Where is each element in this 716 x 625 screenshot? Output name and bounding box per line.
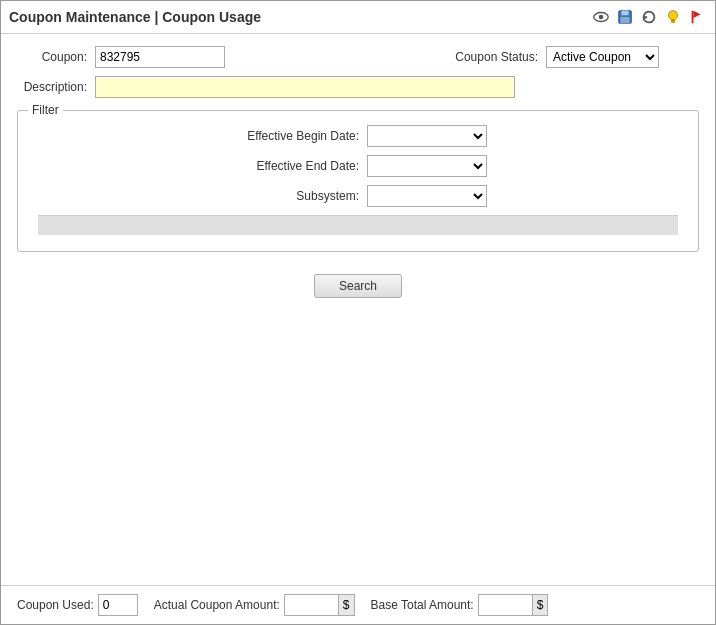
begin-date-wrapper: [367, 125, 487, 147]
search-row: Search: [17, 274, 699, 298]
base-total-currency: $: [533, 594, 549, 616]
begin-date-select[interactable]: [367, 125, 487, 147]
description-input[interactable]: [95, 76, 515, 98]
svg-marker-9: [693, 11, 700, 18]
actual-amount-input[interactable]: [284, 594, 339, 616]
title-bar: Coupon Maintenance | Coupon Usage: [1, 1, 715, 34]
base-total-input[interactable]: [478, 594, 533, 616]
filter-section: Filter Effective Begin Date: Effective E…: [17, 110, 699, 252]
description-row: Description:: [17, 76, 699, 98]
coupon-used-input[interactable]: [98, 594, 138, 616]
filter-legend: Filter: [28, 103, 63, 117]
page-title: Coupon Maintenance | Coupon Usage: [9, 9, 261, 25]
svg-point-1: [599, 15, 604, 20]
bottom-bar: Coupon Used: Actual Coupon Amount: $ Bas…: [1, 585, 715, 624]
coupon-row: Coupon: Coupon Status: Active Coupon Ina…: [17, 46, 699, 68]
actual-amount-group: Actual Coupon Amount: $: [154, 594, 355, 616]
svg-rect-7: [671, 22, 675, 23]
end-date-row: Effective End Date:: [38, 155, 678, 177]
coupon-used-label: Coupon Used:: [17, 598, 94, 612]
save-icon[interactable]: [615, 7, 635, 27]
actual-amount-currency: $: [339, 594, 355, 616]
filter-inner: Effective Begin Date: Effective End Date…: [38, 121, 678, 207]
svg-rect-3: [621, 11, 628, 16]
subsystem-wrapper: [367, 185, 487, 207]
bulb-icon[interactable]: [663, 7, 683, 27]
svg-point-5: [669, 11, 678, 20]
base-total-wrapper: $: [478, 594, 549, 616]
actual-amount-label: Actual Coupon Amount:: [154, 598, 280, 612]
content-area: Coupon: Coupon Status: Active Coupon Ina…: [1, 34, 715, 585]
main-container: Coupon Maintenance | Coupon Usage: [0, 0, 716, 625]
coupon-label: Coupon:: [17, 50, 87, 64]
end-date-label: Effective End Date:: [229, 159, 359, 173]
begin-date-label: Effective Begin Date:: [229, 129, 359, 143]
coupon-input[interactable]: [95, 46, 225, 68]
status-select[interactable]: Active Coupon Inactive Coupon: [546, 46, 659, 68]
actual-amount-wrapper: $: [284, 594, 355, 616]
svg-rect-6: [671, 20, 676, 22]
flag-icon[interactable]: [687, 7, 707, 27]
filter-footer: [38, 215, 678, 235]
end-date-wrapper: [367, 155, 487, 177]
coupon-used-group: Coupon Used:: [17, 594, 138, 616]
status-section: Coupon Status: Active Coupon Inactive Co…: [455, 46, 659, 68]
begin-date-row: Effective Begin Date:: [38, 125, 678, 147]
toolbar: [591, 7, 707, 27]
search-button[interactable]: Search: [314, 274, 402, 298]
subsystem-row: Subsystem:: [38, 185, 678, 207]
spacer: [17, 316, 699, 573]
eye-icon[interactable]: [591, 7, 611, 27]
base-total-label: Base Total Amount:: [371, 598, 474, 612]
status-select-wrapper: Active Coupon Inactive Coupon: [546, 46, 659, 68]
end-date-select[interactable]: [367, 155, 487, 177]
subsystem-select[interactable]: [367, 185, 487, 207]
coupon-used-wrapper: [98, 594, 138, 616]
description-label: Description:: [17, 80, 87, 94]
base-total-group: Base Total Amount: $: [371, 594, 549, 616]
svg-rect-8: [692, 11, 694, 24]
svg-rect-4: [621, 17, 630, 23]
refresh-icon[interactable]: [639, 7, 659, 27]
subsystem-label: Subsystem:: [229, 189, 359, 203]
status-label: Coupon Status:: [455, 50, 538, 64]
